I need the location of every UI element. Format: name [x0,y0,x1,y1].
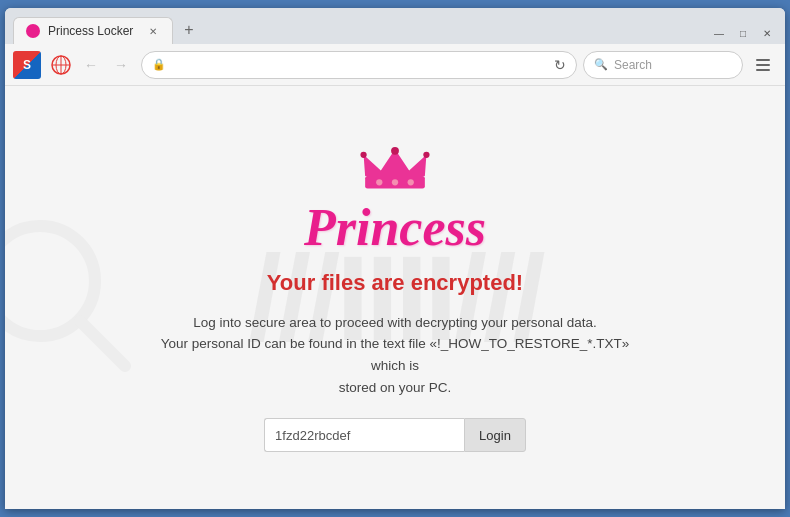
back-button[interactable]: ← [77,51,105,79]
description-line1: Log into secure area to proceed with dec… [193,315,597,330]
magnifier-watermark [5,216,135,380]
minimize-button[interactable]: — [709,26,729,40]
title-bar: Princess Locker ✕ + — □ ✕ [5,8,785,44]
window-controls: — □ ✕ [709,26,777,40]
nav-controls: ← → [47,51,135,79]
logo-area: Princess [155,143,635,254]
description-text: Log into secure area to proceed with dec… [155,312,635,398]
login-button[interactable]: Login [464,418,526,452]
svg-point-11 [392,179,398,185]
page-content: ///IIII/// [5,86,785,509]
new-tab-button[interactable]: + [177,18,201,42]
crown-icon [355,143,435,198]
search-bar[interactable]: 🔍 Search [583,51,743,79]
svg-point-10 [376,179,382,185]
login-form: Login [155,418,635,452]
search-icon: 🔍 [594,58,608,71]
svg-point-12 [408,179,414,185]
globe-icon [47,51,75,79]
svg-point-9 [423,151,429,157]
menu-button[interactable] [749,51,777,79]
maximize-button[interactable]: □ [733,26,753,40]
address-bar[interactable]: 🔒 ↻ [141,51,577,79]
s-browser-icon: S [13,51,41,79]
browser-window: Princess Locker ✕ + — □ ✕ S ← → [5,8,785,509]
personal-id-input[interactable] [264,418,464,452]
main-content: Princess Your files are encrypted! Log i… [135,123,655,472]
tab-title: Princess Locker [48,24,133,38]
svg-point-7 [391,147,399,155]
refresh-button[interactable]: ↻ [554,57,566,73]
tab-favicon [26,24,40,38]
nav-bar: S ← → 🔒 ↻ 🔍 Search [5,44,785,86]
hamburger-icon [756,59,770,71]
address-lock-icon: 🔒 [152,58,166,71]
description-line3: stored on your PC. [339,380,452,395]
svg-point-8 [360,151,366,157]
browser-tab[interactable]: Princess Locker ✕ [13,17,173,44]
tab-close-button[interactable]: ✕ [146,24,160,38]
forward-button[interactable]: → [107,51,135,79]
encrypted-heading: Your files are encrypted! [155,270,635,296]
close-button[interactable]: ✕ [757,26,777,40]
princess-logo-text: Princess [155,202,635,254]
svg-point-4 [5,226,95,336]
svg-line-5 [80,321,125,366]
search-placeholder: Search [614,58,652,72]
description-line2: Your personal ID can be found in the tex… [161,336,630,373]
